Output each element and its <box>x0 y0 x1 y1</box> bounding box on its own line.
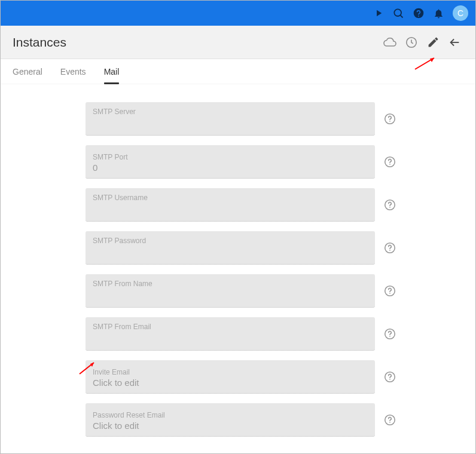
page-title: Instances <box>13 35 66 50</box>
bell-icon[interactable] <box>433 8 444 19</box>
field-label: SMTP Username <box>93 194 368 202</box>
tab-general[interactable]: General <box>13 59 42 84</box>
svg-point-5 <box>389 121 390 122</box>
field-smtp-server: SMTP Server <box>86 102 468 136</box>
tab-mail[interactable]: Mail <box>104 59 120 84</box>
field-help-icon[interactable] <box>383 198 396 211</box>
field-label: Password Reset Email <box>93 411 368 419</box>
header-actions <box>380 32 465 53</box>
field-label: SMTP Password <box>93 237 368 245</box>
field-label: SMTP Port <box>93 153 368 161</box>
svg-line-1 <box>400 15 402 17</box>
svg-point-19 <box>389 422 390 423</box>
tab-events[interactable]: Events <box>60 59 86 84</box>
smtp-password-input[interactable]: SMTP Password <box>86 231 375 265</box>
field-smtp-username: SMTP Username <box>86 188 468 222</box>
smtp-username-input[interactable]: SMTP Username <box>86 188 375 222</box>
field-value: 0 <box>93 162 368 173</box>
svg-point-13 <box>389 293 390 294</box>
history-icon[interactable] <box>401 32 422 53</box>
field-label: SMTP From Email <box>93 323 368 331</box>
svg-point-11 <box>389 250 390 251</box>
field-smtp-from-name: SMTP From Name <box>86 274 468 308</box>
field-help-icon[interactable] <box>383 112 396 125</box>
help-icon[interactable] <box>413 7 425 19</box>
page-header: Instances <box>1 26 475 59</box>
field-help-icon[interactable] <box>383 413 396 427</box>
svg-point-9 <box>389 207 390 208</box>
field-smtp-port: SMTP Port 0 <box>86 145 468 179</box>
field-label: SMTP Server <box>93 108 368 116</box>
smtp-port-input[interactable]: SMTP Port 0 <box>86 145 375 179</box>
field-help-icon[interactable] <box>383 370 396 384</box>
svg-point-0 <box>394 9 401 16</box>
field-help-icon[interactable] <box>383 155 396 168</box>
app-topbar: C <box>1 1 475 26</box>
smtp-from-name-input[interactable]: SMTP From Name <box>86 274 375 308</box>
field-invite-email: Invite Email Click to edit <box>86 360 468 394</box>
smtp-server-input[interactable]: SMTP Server <box>86 102 375 136</box>
field-help-icon[interactable] <box>383 284 396 297</box>
smtp-from-email-input[interactable]: SMTP From Email <box>86 317 375 351</box>
cloud-icon[interactable] <box>380 32 400 53</box>
user-avatar[interactable]: C <box>453 5 468 21</box>
invite-email-input[interactable]: Invite Email Click to edit <box>86 360 375 394</box>
svg-point-15 <box>389 336 390 337</box>
content: SMTP Server SMTP Port 0 SMTP Username SM… <box>1 84 475 443</box>
field-value: Click to edit <box>93 378 368 388</box>
field-smtp-from-email: SMTP From Email <box>86 317 468 351</box>
svg-point-7 <box>389 164 390 165</box>
field-password-reset-email: Password Reset Email Click to edit <box>86 403 468 437</box>
password-reset-email-input[interactable]: Password Reset Email Click to edit <box>86 403 375 437</box>
svg-point-17 <box>389 379 390 380</box>
field-smtp-password: SMTP Password <box>86 231 468 265</box>
back-icon[interactable] <box>444 32 465 53</box>
field-help-icon[interactable] <box>383 241 396 254</box>
field-value: Click to edit <box>93 421 368 431</box>
play-icon[interactable] <box>373 8 384 19</box>
search-icon[interactable] <box>392 7 404 19</box>
edit-icon[interactable] <box>423 32 443 53</box>
tabs: General Events Mail <box>1 59 475 84</box>
field-label: Invite Email <box>93 368 368 376</box>
field-label: SMTP From Name <box>93 280 368 288</box>
field-help-icon[interactable] <box>383 327 396 340</box>
